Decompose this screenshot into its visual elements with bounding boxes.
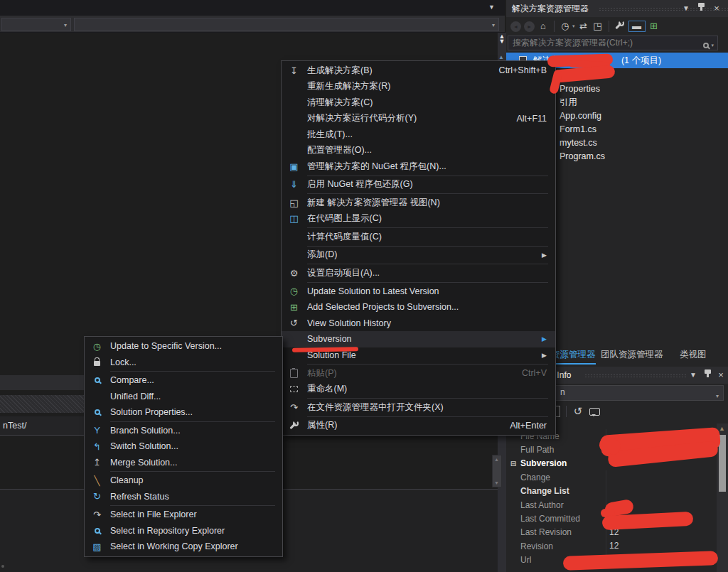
forward-icon[interactable]: ► (524, 21, 535, 32)
context-menu-item[interactable]: 批生成(T)... (282, 126, 555, 143)
pin-icon[interactable] (695, 0, 707, 17)
menu-item-label: 计算代码度量值(C) (307, 231, 547, 243)
chevron-down-icon: ▾ (492, 21, 495, 28)
splitter-handle-icon[interactable]: ▲▼ (498, 34, 506, 44)
panel-tab[interactable]: 类视图 (680, 347, 707, 363)
svn-submenu-item[interactable]: YBranch Solution... (85, 423, 282, 439)
project-dropdown[interactable]: ▾ (1, 18, 71, 31)
context-menu-item[interactable]: ↷在文件资源管理器中打开文件夹(X) (282, 399, 555, 416)
wrench-icon (289, 421, 299, 430)
context-menu-item[interactable]: Subversion▶ (282, 331, 555, 347)
collapse-expander-icon[interactable]: ⊟ (506, 460, 520, 468)
grid-row[interactable]: Revision12 (506, 539, 717, 553)
preview-selected-items-icon[interactable]: ▬ (628, 21, 646, 32)
context-menu-item[interactable]: ↧生成解决方案(B)Ctrl+Shift+B (282, 63, 555, 79)
context-menu-item[interactable]: 粘贴(P)Ctrl+V (282, 365, 555, 382)
solution-explorer-titlebar[interactable]: 解决方案资源管理器 ▼ × (506, 0, 728, 17)
rename-icon (290, 386, 298, 392)
menu-item-label: Switch Solution... (110, 441, 274, 451)
grid-row-label: Last Revision (520, 527, 606, 537)
search-icon[interactable] (703, 43, 709, 48)
grid-row-label: Subversion (520, 458, 606, 468)
chevron-down-icon[interactable]: ▾ (572, 23, 575, 29)
context-menu-item[interactable]: 重新生成解决方案(R) (282, 79, 555, 95)
context-menu-item[interactable]: 对解决方案运行代码分析(Y)Alt+F11 (282, 111, 555, 127)
svn-submenu-item[interactable]: Select in Repository Explorer (85, 523, 282, 539)
svn-submenu-item[interactable]: ↰Switch Solution... (85, 438, 282, 455)
context-menu-item[interactable]: ⊞Add Selected Projects to Subversion... (282, 299, 555, 315)
compare-icon (90, 377, 104, 383)
menu-item-label: 重新生成解决方案(R) (307, 80, 547, 92)
visual-studio-window: ▼ ▾ ▾ nTest/ ▲▼ ▲ ▲ ▼ 解决方案资源管理器 ▼ × ◄►⌂◷… (0, 0, 728, 572)
menu-item-label: 在文件资源管理器中打开文件夹(X) (307, 401, 547, 414)
properties-wrench-icon[interactable] (614, 21, 626, 33)
member-dropdown[interactable]: ▾ (74, 18, 499, 31)
context-menu-item[interactable]: ▣管理解决方案的 NuGet 程序包(N)... (282, 158, 555, 175)
collapse-all-icon[interactable]: ◳ (592, 21, 604, 32)
background-scrollbar[interactable]: ▲ ▼ (492, 455, 502, 487)
svn-submenu-item[interactable]: ╲Cleanup (85, 473, 282, 489)
menu-item-label: 粘贴(P) (307, 367, 502, 379)
comment-icon[interactable] (589, 408, 600, 416)
context-menu-item[interactable]: 属性(R)Alt+Enter (282, 418, 555, 434)
menu-separator (307, 398, 548, 399)
svn-submenu-item[interactable]: ▨Select in Working Copy Explorer (85, 539, 282, 555)
menu-separator (110, 421, 275, 422)
pin-icon[interactable] (702, 367, 713, 384)
menu-separator (307, 416, 548, 417)
context-menu-item[interactable]: 计算代码度量值(C) (282, 229, 555, 245)
scroll-up-icon[interactable]: ▲ (498, 54, 504, 60)
menu-item-label: 添加(D) (307, 249, 522, 261)
svn-submenu-item[interactable]: ↷Select in File Explorer (85, 507, 282, 523)
back-icon[interactable]: ◄ (510, 21, 521, 32)
close-icon[interactable]: × (715, 367, 727, 384)
select-in-file-explorer-icon: ↷ (90, 510, 104, 519)
compare-icon (95, 377, 100, 383)
context-menu-item[interactable]: 清理解决方案(C) (282, 95, 555, 111)
context-menu-item[interactable]: ◫在代码图上显示(C) (282, 211, 555, 227)
svn-submenu-item[interactable]: Lock... (85, 355, 282, 371)
menu-separator (307, 282, 548, 283)
pending-changes-filter-icon[interactable]: ◷ (560, 21, 571, 32)
menu-item-shortcut: Alt+Enter (510, 421, 547, 431)
merge-icon: ↥ (90, 458, 104, 467)
sync-class-view-icon[interactable]: ⊞ (648, 21, 660, 32)
context-menu-item[interactable]: ◷Update Solution to Latest Version (282, 284, 555, 300)
svn-submenu-item[interactable]: ◷Update to Specific Version... (85, 338, 282, 355)
context-menu-item[interactable]: ↺View Solution History (282, 315, 555, 332)
svn-submenu-item[interactable]: Compare... (85, 372, 282, 389)
context-menu-item[interactable]: ◱新建 解决方案资源管理器 视图(N) (282, 195, 555, 211)
svn-submenu-item[interactable]: Unified Diff... (85, 389, 282, 405)
grid-row[interactable]: Change List (506, 485, 717, 498)
chevron-down-icon[interactable]: ▾ (711, 38, 714, 52)
search-input[interactable]: 搜索解决方案资源管理器(Ctrl+;) ▾ (508, 36, 718, 50)
context-menu-item[interactable]: ⚙设置启动项目(A)... (282, 265, 555, 281)
home-icon[interactable]: ⌂ (537, 21, 549, 32)
chevron-down-icon[interactable]: ▼ (680, 0, 692, 17)
toolbar-separator (554, 21, 555, 32)
grid-row[interactable]: Change (506, 470, 717, 484)
menu-item-label: Subversion (307, 334, 522, 344)
chevron-down-icon[interactable]: ▼ (488, 4, 495, 11)
drag-texture (584, 374, 687, 377)
svn-submenu-item[interactable]: ↻Refresh Status (85, 489, 282, 505)
context-menu-item[interactable]: 配置管理器(O)... (282, 143, 555, 159)
context-menu-item[interactable]: ⇓启用 NuGet 程序包还原(G) (282, 177, 555, 193)
menu-item-label: Cleanup (110, 475, 274, 485)
context-menu-item[interactable]: 添加(D)▶ (282, 247, 555, 264)
select-in-repository-explorer-icon (90, 528, 104, 534)
chevron-down-icon[interactable]: ▼ (687, 367, 699, 384)
grid-row-value[interactable] (606, 470, 717, 484)
svn-submenu-item[interactable]: Solution Properties... (85, 404, 282, 421)
scroll-down-icon[interactable]: ▼ (494, 480, 499, 485)
grid-row-value[interactable] (606, 485, 717, 498)
svn-submenu-item[interactable]: ↥Merge Solution... (85, 455, 282, 471)
history-icon[interactable]: ↺ (572, 406, 584, 417)
scroll-up-icon[interactable]: ▲ (719, 425, 725, 432)
refresh-icon[interactable]: ⇄ (578, 21, 589, 32)
context-menu-item[interactable]: 重命名(M) (282, 382, 555, 398)
panel-tab[interactable]: 团队资源管理器 (601, 347, 663, 363)
close-icon[interactable]: × (711, 0, 722, 17)
editor-navigation-bar: ▾ ▾ (0, 16, 505, 33)
scroll-up-icon[interactable]: ▲ (494, 457, 499, 462)
